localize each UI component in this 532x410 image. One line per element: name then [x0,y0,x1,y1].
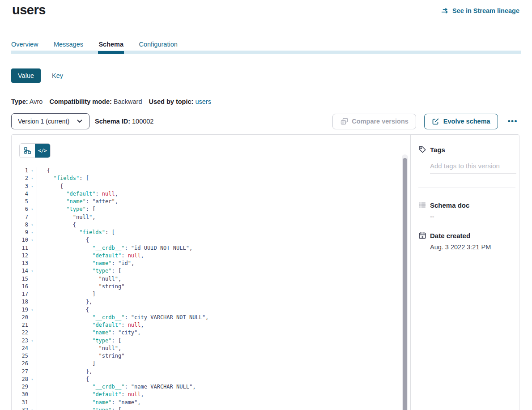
editor-view-toggle: </> [19,143,51,158]
scrollbar-track[interactable] [402,154,408,410]
evolve-schema-button[interactable]: Evolve schema [424,114,498,129]
code-lines: 1▾{2▾ "fields": [3▾ {4 "default": null,5… [12,167,410,410]
code-line: 7 "null", [12,214,410,221]
topic-link[interactable]: users [195,98,211,105]
line-number: 31 [12,399,28,406]
fold-arrow-icon[interactable]: ▾ [28,167,36,175]
code-line: 30 "default": null, [12,391,410,398]
code-line: 11 "__crdb__": "id UUID NOT NULL", [12,244,410,252]
fold-spacer [28,283,36,290]
value-tab-button[interactable]: Value [11,68,41,83]
code-text: "null", [37,214,95,221]
type-value: Avro [30,98,43,105]
tab-configuration[interactable]: Configuration [139,41,178,51]
gutter-cell: 9▾ [12,229,37,236]
tab-bar: Overview Messages Schema Configuration [11,40,521,54]
line-number: 6 [12,205,28,213]
line-number: 17 [12,290,28,298]
gutter-cell: 6▾ [12,205,37,213]
code-text: "type": [ [37,337,121,345]
code-text: { [37,221,76,229]
gutter-cell: 15 [12,275,37,283]
tab-schema-label: Schema [98,41,123,48]
code-editor[interactable]: 1▾{2▾ "fields": [3▾ {4 "default": null,5… [12,167,410,410]
tab-schema[interactable]: Schema [98,41,123,51]
stream-lineage-label: See in Stream lineage [452,7,519,14]
more-actions-button[interactable]: ••• [506,117,519,126]
compatibility-value: Backward [114,98,142,105]
type-label: Type: [11,98,28,105]
key-tab-button[interactable]: Key [52,72,63,79]
fold-arrow-icon[interactable]: ▾ [28,267,36,275]
code-line: 28▾ { [12,376,410,383]
evolve-schema-icon [432,117,440,125]
fold-arrow-icon[interactable]: ▾ [28,221,36,229]
evolve-schema-label: Evolve schema [443,118,490,125]
schema-id-label: Schema ID: [95,118,130,125]
fold-arrow-icon[interactable]: ▾ [28,183,36,190]
tab-messages[interactable]: Messages [54,41,83,51]
compare-versions-button[interactable]: Compare versions [332,114,416,129]
stream-lineage-link[interactable]: See in Stream lineage [441,7,519,15]
code-text: ] [37,360,95,367]
scrollbar-thumb[interactable] [403,158,407,410]
fold-arrow-icon[interactable]: ▾ [28,306,36,314]
code-line: 18 }, [12,298,410,306]
tags-input[interactable] [430,162,516,174]
code-text: "fields": [ [37,175,89,182]
code-line: 25 "string" [12,352,410,360]
line-number: 26 [12,360,28,367]
gutter-cell: 21 [12,321,37,329]
tags-title-row: Tags [418,145,515,154]
fold-arrow-icon[interactable]: ▾ [28,236,36,244]
code-text: "type": [ [37,205,95,213]
fold-spacer [28,391,36,398]
topic-item: Used by topic: users [149,98,211,105]
date-created-title-row: Date created [418,231,515,239]
fold-spacer [28,321,36,329]
line-number: 16 [12,283,28,290]
tags-section: Tags [418,145,515,174]
code-text: "null", [37,345,121,352]
fold-arrow-icon[interactable]: ▾ [28,376,36,383]
gutter-cell: 30 [12,391,37,398]
code-line: 5 "name": "after", [12,198,410,205]
code-text: "default": null, [37,190,118,198]
code-text: }, [37,298,92,306]
fold-arrow-icon[interactable]: ▾ [28,406,36,410]
gutter-cell: 22 [12,329,37,337]
line-number: 20 [12,314,28,321]
date-created-title: Date created [430,232,470,239]
tree-view-button[interactable] [20,144,35,158]
gutter-cell: 32▾ [12,406,37,410]
code-text: "string" [37,283,124,290]
code-line: 1▾{ [12,167,410,175]
code-text: "name": "city", [37,329,141,337]
code-text: "default": null, [37,252,144,260]
code-text: "default": null, [37,321,144,329]
compare-versions-icon [340,117,348,125]
fold-arrow-icon[interactable]: ▾ [28,175,36,182]
tab-overview[interactable]: Overview [11,41,38,51]
gutter-cell: 14▾ [12,267,37,275]
gutter-cell: 7 [12,214,37,221]
code-text: "__crdb__": "city VARCHAR NOT NULL", [37,314,209,321]
gutter-cell: 2▾ [12,175,37,182]
gutter-cell: 4 [12,190,37,198]
fold-arrow-icon[interactable]: ▾ [28,205,36,213]
line-number: 21 [12,321,28,329]
gutter-cell: 19▾ [12,306,37,314]
fold-spacer [28,383,36,391]
code-text: { [37,183,63,190]
page-title: users [12,3,46,17]
gutter-cell: 27 [12,368,37,376]
code-text: "fields": [ [37,229,115,236]
version-select[interactable]: Version 1 (current) [11,113,89,129]
code-line: 16 "string" [12,283,410,290]
fold-arrow-icon[interactable]: ▾ [28,337,36,345]
fold-arrow-icon[interactable]: ▾ [28,229,36,236]
code-text: { [37,236,89,244]
code-view-button[interactable]: </> [35,144,50,158]
date-created-value: Aug. 3 2022 3:21 PM [430,243,515,251]
gutter-cell: 28▾ [12,376,37,383]
